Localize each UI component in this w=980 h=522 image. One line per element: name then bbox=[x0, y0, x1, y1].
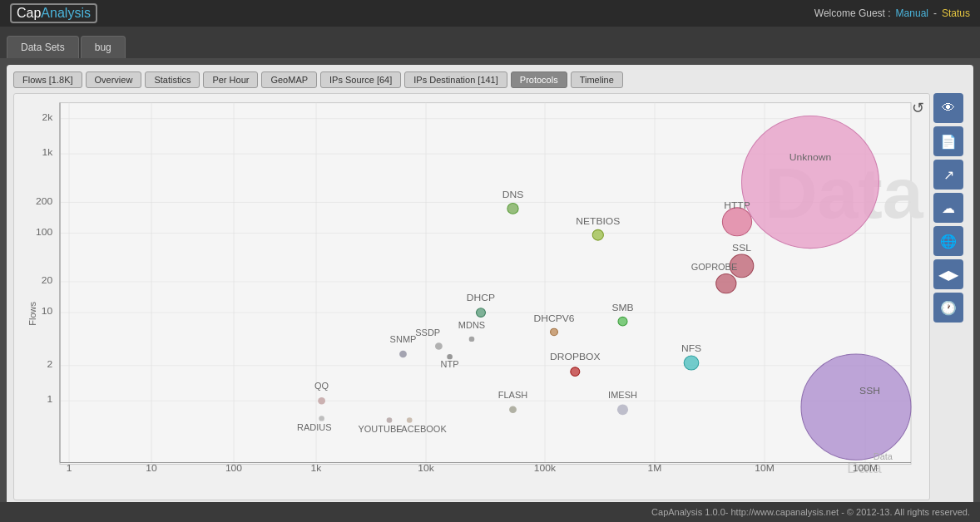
chart-container: ↺ Flows Data Data 2k 1k 200 100 20 bbox=[13, 93, 930, 500]
bubble-radius bbox=[319, 416, 324, 421]
main-content: Flows [1.8K] Overview Statistics Per Hou… bbox=[7, 65, 973, 522]
nav-tab-datasets[interactable]: Data Sets bbox=[7, 36, 79, 58]
share-button[interactable]: ↗ bbox=[933, 160, 963, 190]
svg-text:100k: 100k bbox=[534, 462, 556, 474]
label-ssdp: SSDP bbox=[415, 327, 440, 337]
cloud-button[interactable]: ☁ bbox=[933, 193, 963, 223]
label-dropbox: DROPBOX bbox=[550, 352, 601, 363]
svg-text:2k: 2k bbox=[42, 111, 52, 123]
svg-text:10: 10 bbox=[146, 462, 157, 474]
tool-tabs: Flows [1.8K] Overview Statistics Per Hou… bbox=[13, 71, 967, 88]
bubble-http bbox=[722, 208, 751, 236]
clock-button[interactable]: 🕐 bbox=[933, 293, 963, 323]
label-netbios: NETBIOS bbox=[576, 215, 620, 227]
svg-text:100: 100 bbox=[36, 226, 53, 238]
label-dns: DNS bbox=[502, 189, 524, 200]
svg-text:10k: 10k bbox=[418, 462, 434, 474]
tab-ips-destination[interactable]: IPs Destination [141] bbox=[404, 71, 507, 88]
label-radius: RADIUS bbox=[297, 422, 332, 432]
label-qq: QQ bbox=[314, 382, 329, 392]
label-smb: SMB bbox=[611, 302, 633, 313]
bubble-dhcpv6 bbox=[551, 328, 558, 335]
label-nfs: NFS bbox=[681, 342, 701, 354]
header-dash: - bbox=[933, 7, 937, 19]
bubble-imesh bbox=[617, 404, 628, 415]
logo-border: CapAnalysis bbox=[10, 3, 97, 23]
label-imesh: IMESH bbox=[608, 390, 637, 400]
bubble-facebook bbox=[407, 417, 413, 422]
label-dhcp: DHCP bbox=[467, 293, 495, 304]
view-button[interactable]: 👁 bbox=[933, 93, 963, 123]
footer: CapAnalysis 1.0.0- http://www.capanalysi… bbox=[0, 502, 980, 522]
y-axis-label: Flows bbox=[27, 302, 37, 326]
svg-text:1k: 1k bbox=[42, 146, 52, 158]
nav-tab-bug[interactable]: bug bbox=[81, 36, 126, 58]
svg-text:100M: 100M bbox=[853, 462, 878, 474]
tab-statistics[interactable]: Statistics bbox=[145, 71, 200, 88]
svg-text:100: 100 bbox=[225, 462, 243, 474]
bubble-youtube bbox=[387, 417, 393, 422]
bubble-ssdp bbox=[435, 342, 443, 349]
bubble-netbios bbox=[592, 229, 603, 240]
reload-button[interactable]: ↺ bbox=[912, 99, 924, 117]
label-snmp: SNMP bbox=[390, 334, 417, 344]
footer-text: CapAnalysis 1.0.0- http://www.capanalysi… bbox=[651, 507, 970, 517]
manual-link[interactable]: Manual bbox=[896, 7, 928, 19]
svg-text:10M: 10M bbox=[755, 462, 775, 474]
tab-per-hour[interactable]: Per Hour bbox=[203, 71, 258, 88]
bubble-smb bbox=[618, 317, 627, 326]
bubble-snmp bbox=[399, 351, 407, 357]
svg-text:1: 1 bbox=[47, 394, 52, 406]
tab-ips-source[interactable]: IPs Source [64] bbox=[320, 71, 401, 88]
bubble-dropbox bbox=[571, 367, 580, 377]
arrows-button[interactable]: ◀▶ bbox=[933, 259, 963, 289]
svg-text:200: 200 bbox=[36, 195, 53, 207]
tab-flows[interactable]: Flows [1.8K] bbox=[13, 71, 82, 88]
bubble-dhcp bbox=[477, 308, 486, 318]
bubble-ssh bbox=[801, 354, 911, 460]
svg-text:10: 10 bbox=[42, 305, 53, 317]
svg-text:1: 1 bbox=[67, 462, 72, 474]
bubble-dns bbox=[507, 204, 518, 214]
header: CapAnalysis Welcome Guest : Manual - Sta… bbox=[0, 0, 980, 27]
label-ssh: SSH bbox=[859, 385, 880, 396]
bubble-flash bbox=[509, 406, 517, 413]
label-goprobe: GOPROBE bbox=[691, 262, 738, 272]
logo-analysis: Analysis bbox=[41, 6, 91, 20]
tab-timeline[interactable]: Timeline bbox=[571, 71, 623, 88]
chart-area: ↺ Flows Data Data 2k 1k 200 100 20 bbox=[13, 93, 967, 500]
label-http: HTTP bbox=[724, 199, 750, 211]
svg-text:1k: 1k bbox=[311, 462, 322, 474]
label-ssl: SSL bbox=[732, 242, 751, 254]
tab-geomap[interactable]: GeoMAP bbox=[261, 71, 317, 88]
label-unknown: Unknown bbox=[789, 151, 831, 163]
label-flash: FLASH bbox=[498, 390, 527, 400]
bubble-mdns bbox=[469, 337, 475, 342]
bubble-goprobe bbox=[716, 273, 736, 293]
status-link[interactable]: Status bbox=[942, 7, 970, 19]
svg-text:2: 2 bbox=[47, 358, 52, 370]
logo-cap: Cap bbox=[17, 6, 41, 20]
svg-text:1M: 1M bbox=[648, 462, 662, 474]
data-label: Data bbox=[874, 451, 893, 461]
bubble-chart: Data Data 2k 1k 200 100 20 10 2 1 bbox=[14, 94, 929, 500]
logo: CapAnalysis bbox=[10, 3, 97, 23]
label-mdns: MDNS bbox=[458, 320, 485, 330]
header-right: Welcome Guest : Manual - Status bbox=[814, 7, 970, 19]
welcome-text: Welcome Guest : bbox=[814, 7, 891, 19]
label-facebook: FACEBOOK bbox=[396, 425, 447, 435]
label-dhcpv6: DHCPV6 bbox=[533, 313, 574, 324]
globe-button[interactable]: 🌐 bbox=[933, 226, 963, 256]
tab-overview[interactable]: Overview bbox=[86, 71, 142, 88]
nav-tabs-bar: Data Sets bug bbox=[0, 27, 980, 58]
tab-protocols[interactable]: Protocols bbox=[511, 71, 567, 88]
sidebar-tools: 👁 📄 ↗ ☁ 🌐 ◀▶ 🕐 bbox=[930, 93, 967, 500]
bubble-nfs bbox=[684, 356, 699, 370]
bubble-unknown bbox=[742, 116, 879, 249]
svg-text:20: 20 bbox=[42, 274, 53, 286]
bubble-qq bbox=[318, 397, 325, 404]
label-ntp: NTP bbox=[441, 359, 459, 369]
document-button[interactable]: 📄 bbox=[933, 126, 963, 156]
